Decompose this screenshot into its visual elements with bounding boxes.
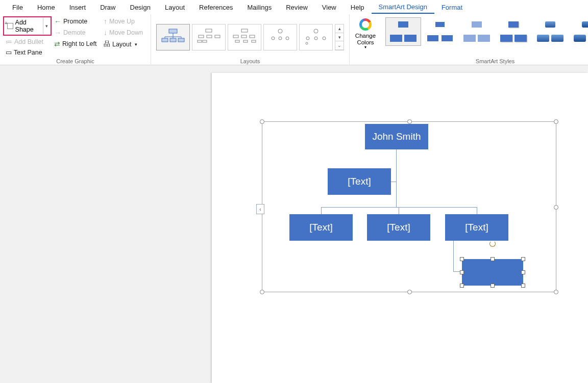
group-create-graphic: Add Shape ▾ ≔Add Bullet ▭Text Pane ←Prom…	[0, 14, 151, 65]
layout-gallery-scroll[interactable]: ▴▾⌄	[335, 24, 344, 50]
svg-point-22	[278, 29, 282, 33]
add-bullet-button: ≔Add Bullet	[3, 37, 52, 46]
layout-option-4[interactable]	[263, 24, 297, 50]
svg-point-23	[272, 37, 275, 40]
frame-handle[interactable]	[260, 290, 264, 294]
promote-button[interactable]: ←Promote	[52, 16, 101, 27]
svg-rect-10	[199, 35, 204, 38]
frame-handle[interactable]	[407, 119, 412, 124]
group-layouts: ▴▾⌄ Layouts	[151, 14, 350, 65]
tab-format[interactable]: Format	[434, 2, 470, 13]
tab-smartart-design[interactable]: SmartArt Design	[372, 1, 434, 14]
shape-handle[interactable]	[491, 284, 495, 288]
connector-line	[477, 207, 477, 215]
rotate-handle[interactable]	[489, 241, 496, 247]
frame-handle[interactable]	[554, 290, 558, 294]
frame-handle[interactable]	[554, 119, 558, 124]
frame-handle[interactable]	[554, 205, 558, 210]
tab-help[interactable]: Help	[344, 2, 372, 13]
group-smartart-styles: SmartArt Styles	[381, 14, 588, 65]
group-label-styles: SmartArt Styles	[381, 58, 588, 65]
layout-option-3[interactable]	[228, 24, 261, 50]
org-box-child-3[interactable]: [Text]	[445, 214, 508, 241]
svg-rect-11	[207, 35, 212, 38]
connector-line	[396, 149, 397, 207]
group-label-create-graphic: Create Graphic	[0, 58, 151, 65]
tab-file[interactable]: File	[5, 2, 30, 13]
tab-insert[interactable]: Insert	[62, 2, 93, 13]
text-pane-toggle[interactable]: ‹	[256, 204, 264, 214]
arrow-right-icon: →	[54, 29, 61, 37]
svg-rect-14	[203, 40, 207, 42]
svg-rect-18	[250, 35, 255, 38]
frame-handle[interactable]	[407, 290, 412, 294]
page[interactable]: John Smith [Text] [Text] [Text] [Text]	[212, 73, 588, 383]
layout-button[interactable]: 品Layout▾	[101, 39, 148, 49]
tab-references[interactable]: References	[192, 2, 240, 13]
tab-home[interactable]: Home	[30, 2, 62, 13]
org-box-child-2[interactable]: [Text]	[367, 214, 430, 241]
svg-point-30	[306, 42, 308, 44]
svg-rect-20	[243, 40, 248, 42]
svg-rect-0	[169, 29, 177, 33]
tab-mailings[interactable]: Mailings	[240, 2, 279, 13]
color-wheel-icon	[359, 18, 372, 31]
group-label-layouts: Layouts	[151, 58, 349, 65]
org-box-top[interactable]: John Smith	[365, 124, 428, 149]
shape-handle[interactable]	[491, 257, 495, 261]
text-pane-button[interactable]: ▭Text Pane	[3, 47, 52, 57]
style-option-5[interactable]	[532, 17, 568, 46]
svg-point-24	[279, 37, 282, 40]
svg-point-27	[306, 37, 309, 40]
svg-rect-2	[170, 38, 176, 42]
bullet-icon: ≔	[6, 38, 12, 45]
style-option-1[interactable]	[385, 17, 421, 46]
ribbon: Add Shape ▾ ≔Add Bullet ▭Text Pane ←Prom…	[0, 14, 588, 65]
shape-handle[interactable]	[521, 270, 525, 274]
svg-rect-15	[241, 29, 248, 32]
arrow-up-icon: ↑	[104, 17, 107, 25]
layout-option-5[interactable]	[299, 24, 333, 50]
svg-rect-17	[241, 35, 247, 38]
change-colors-button[interactable]: Change Colors ▾	[353, 16, 378, 50]
connector-line	[321, 207, 477, 208]
tab-layout[interactable]: Layout	[158, 2, 192, 13]
add-shape-dropdown[interactable]: ▾	[43, 18, 50, 34]
tab-draw[interactable]: Draw	[93, 2, 122, 13]
connector-line	[321, 207, 322, 215]
shape-handle[interactable]	[460, 257, 464, 261]
tab-review[interactable]: Review	[279, 2, 315, 13]
move-up-button: ↑Move Up	[101, 16, 148, 27]
frame-handle[interactable]	[260, 119, 264, 124]
style-option-6[interactable]	[569, 17, 588, 46]
tab-design[interactable]: Design	[123, 2, 158, 13]
style-option-4[interactable]	[496, 17, 531, 46]
org-box-assistant[interactable]: [Text]	[328, 168, 391, 195]
connector-line	[399, 207, 399, 215]
shape-handle[interactable]	[460, 284, 464, 288]
group-change-colors: Change Colors ▾	[350, 14, 381, 65]
layout-option-1[interactable]	[156, 24, 190, 50]
arrow-left-icon: ←	[54, 17, 61, 25]
svg-point-25	[286, 37, 289, 40]
shape-handle[interactable]	[521, 257, 525, 261]
shape-handle[interactable]	[460, 270, 464, 274]
svg-rect-19	[235, 40, 239, 42]
tab-view[interactable]: View	[315, 2, 344, 13]
right-to-left-button[interactable]: ⇄Right to Left	[52, 39, 101, 49]
text-pane-icon: ▭	[6, 48, 12, 56]
org-box-new-selected[interactable]	[462, 259, 523, 286]
move-down-button: ↓Move Down	[101, 28, 148, 38]
layout-option-2[interactable]	[192, 24, 226, 50]
svg-rect-3	[178, 38, 184, 42]
style-option-3[interactable]	[459, 17, 495, 46]
add-shape-icon	[7, 23, 13, 29]
connector-line	[390, 182, 397, 182]
add-shape-button[interactable]: Add Shape ▾	[3, 16, 52, 36]
org-box-child-1[interactable]: [Text]	[289, 214, 353, 241]
style-option-2[interactable]	[422, 17, 458, 46]
shape-handle[interactable]	[521, 284, 525, 288]
document-area: John Smith [Text] [Text] [Text] [Text] ‹	[0, 65, 588, 383]
menu-tabs: File Home Insert Draw Design Layout Refe…	[0, 0, 588, 14]
svg-point-26	[314, 29, 318, 33]
